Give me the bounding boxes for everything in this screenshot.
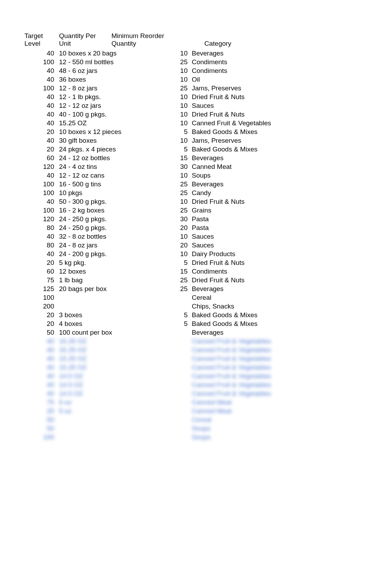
cell-target-level: 100	[21, 293, 58, 302]
cell-min-reorder-qty: 10	[110, 197, 190, 206]
cell-category: Baked Goods & Mixes	[190, 311, 350, 319]
cell-min-reorder-qty	[110, 415, 190, 424]
cell-min-reorder-qty	[110, 424, 190, 433]
cell-quantity-per-unit: 1 lb bag	[58, 276, 110, 284]
cell-target-level: 75	[21, 398, 58, 407]
cell-category: Cereal	[190, 415, 350, 424]
cell-quantity-per-unit: 40 - 100 g pkgs.	[58, 110, 110, 119]
table-row: 755 ozCanned Meat	[21, 398, 350, 407]
cell-category: Candy	[190, 188, 350, 197]
document-page: Target Level Quantity Per Unit Minimum R…	[0, 0, 371, 462]
cell-category: Dried Fruit & Nuts	[190, 276, 350, 284]
cell-quantity-per-unit: 14.5 OZ	[58, 389, 110, 398]
cell-quantity-per-unit: 12 - 12 oz jars	[58, 101, 110, 110]
header-category: Category	[190, 32, 350, 49]
cell-category: Condiments	[190, 66, 350, 75]
cell-target-level: 20	[21, 127, 58, 136]
cell-target-level: 40	[21, 345, 58, 354]
table-row: 4010 boxes x 20 bags10Beverages	[21, 49, 350, 58]
cell-min-reorder-qty: 25	[110, 188, 190, 197]
cell-min-reorder-qty: 25	[110, 84, 190, 92]
table-row: 205 kg pkg.5Dried Fruit & Nuts	[21, 258, 350, 267]
cell-min-reorder-qty: 10	[110, 119, 190, 127]
cell-category: Sauces	[190, 101, 350, 110]
cell-target-level: 80	[21, 223, 58, 232]
cell-category: Baked Goods & Mixes	[190, 145, 350, 154]
cell-min-reorder-qty: 10	[110, 136, 190, 145]
table-row: 751 lb bag25Dried Fruit & Nuts	[21, 276, 350, 284]
cell-quantity-per-unit: 100 count per box	[58, 328, 110, 337]
cell-quantity-per-unit: 36 boxes	[58, 75, 110, 84]
cell-min-reorder-qty: 10	[110, 92, 190, 101]
cell-quantity-per-unit: 16 - 500 g tins	[58, 180, 110, 188]
cell-target-level: 40	[21, 101, 58, 110]
cell-target-level: 40	[21, 250, 58, 258]
header-quantity-per-unit: Quantity Per Unit	[58, 32, 110, 49]
cell-target-level: 20	[21, 145, 58, 154]
header-min-reorder-qty: Minimum Reorder Quantity	[110, 32, 190, 49]
table-row: 10016 - 2 kg boxes25Grains	[21, 206, 350, 215]
table-row: 4014.5 OZCanned Fruit & Vegetables	[21, 389, 350, 398]
cell-category: Canned Fruit & Vegetables	[190, 363, 350, 372]
cell-category: Beverages	[190, 180, 350, 188]
cell-category: Dried Fruit & Nuts	[190, 110, 350, 119]
cell-quantity-per-unit: 4 boxes	[58, 319, 110, 328]
table-row: 10012 - 8 oz jars25Jams, Preserves	[21, 84, 350, 92]
cell-quantity-per-unit: 5 oz	[58, 407, 110, 415]
table-row: 50Soups	[21, 424, 350, 433]
cell-category: Cereal	[190, 293, 350, 302]
cell-min-reorder-qty	[110, 337, 190, 345]
cell-quantity-per-unit	[58, 424, 110, 433]
cell-target-level: 20	[21, 258, 58, 267]
cell-category: Canned Fruit & Vegetables	[190, 354, 350, 363]
cell-min-reorder-qty: 10	[110, 49, 190, 58]
table-row: 4012 - 12 oz jars10Sauces	[21, 101, 350, 110]
cell-category: Condiments	[190, 58, 350, 66]
cell-quantity-per-unit: 24 - 4 oz tins	[58, 162, 110, 171]
cell-min-reorder-qty: 25	[110, 206, 190, 215]
table-row: 8024 - 250 g pkgs.20Pasta	[21, 223, 350, 232]
cell-target-level: 100	[21, 206, 58, 215]
cell-target-level: 20	[21, 311, 58, 319]
cell-min-reorder-qty: 10	[110, 101, 190, 110]
table-row: 4040 - 100 g pkgs.10Dried Fruit & Nuts	[21, 110, 350, 119]
cell-min-reorder-qty: 5	[110, 127, 190, 136]
cell-min-reorder-qty	[110, 302, 190, 311]
cell-target-level: 100	[21, 188, 58, 197]
cell-min-reorder-qty	[110, 389, 190, 398]
cell-target-level: 80	[21, 241, 58, 250]
cell-category: Canned Meat	[190, 162, 350, 171]
cell-target-level: 200	[21, 302, 58, 311]
table-row: 100Soups	[21, 433, 350, 441]
table-row: 10016 - 500 g tins25Beverages	[21, 180, 350, 188]
cell-min-reorder-qty	[110, 433, 190, 441]
cell-min-reorder-qty: 30	[110, 215, 190, 223]
cell-category: Canned Fruit & Vegetables	[190, 372, 350, 380]
cell-quantity-per-unit: 5 kg pkg.	[58, 258, 110, 267]
cell-target-level: 40	[21, 66, 58, 75]
cell-category: Canned Fruit & Vegetables	[190, 345, 350, 354]
table-body: 4010 boxes x 20 bags10Beverages10012 - 5…	[21, 49, 350, 441]
table-row: 4015.25 OZCanned Fruit & Vegetables	[21, 354, 350, 363]
cell-quantity-per-unit: 10 pkgs	[58, 188, 110, 197]
table-row: 10010 pkgs25Candy	[21, 188, 350, 197]
cell-min-reorder-qty: 30	[110, 162, 190, 171]
cell-min-reorder-qty: 20	[110, 223, 190, 232]
cell-category: Beverages	[190, 49, 350, 58]
cell-target-level: 40	[21, 363, 58, 372]
cell-category: Soups	[190, 171, 350, 180]
table-row: 4015.25 OZ10Canned Fruit & Vegetables	[21, 119, 350, 127]
table-row: 4012 - 12 oz cans10Soups	[21, 171, 350, 180]
table-row: 50100 count per boxBeverages	[21, 328, 350, 337]
cell-min-reorder-qty: 5	[110, 319, 190, 328]
cell-quantity-per-unit: 12 - 8 oz jars	[58, 84, 110, 92]
cell-min-reorder-qty: 10	[110, 66, 190, 75]
cell-category: Canned Fruit & Vegetables	[190, 119, 350, 127]
table-row: 4050 - 300 g pkgs.10Dried Fruit & Nuts	[21, 197, 350, 206]
table-row: 6024 - 12 oz bottles15Beverages	[21, 154, 350, 162]
cell-category: Canned Meat	[190, 407, 350, 415]
cell-min-reorder-qty	[110, 354, 190, 363]
cell-category: Canned Meat	[190, 398, 350, 407]
table-row: 4014.5 OZCanned Fruit & Vegetables	[21, 380, 350, 389]
cell-category: Jams, Preserves	[190, 84, 350, 92]
